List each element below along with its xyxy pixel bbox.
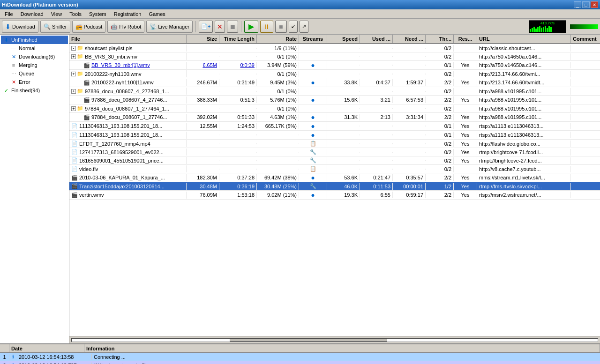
table-row[interactable]: 📄 1274177313_68169529001_ev022... 🔧 0/2 …	[69, 148, 600, 156]
minimize-button[interactable]: _	[574, 1, 581, 8]
sidebar-item-merging[interactable]: ≡ Merging	[8, 61, 68, 69]
menu-download[interactable]: Download	[18, 10, 46, 18]
table-row[interactable]: 🎬 20100222-nyh1100[1].wmv 246.67M 0:31:4…	[69, 78, 600, 87]
need-cell: 00:00:01	[393, 183, 426, 190]
col-header-rate[interactable]: Rate	[257, 35, 299, 43]
sidebar-item-error[interactable]: ✕ Error	[8, 78, 68, 86]
thr-cell: 1/2	[426, 183, 454, 190]
comment-cell	[571, 91, 600, 92]
col-header-res[interactable]: Res...	[454, 35, 477, 43]
menu-view[interactable]: View	[48, 10, 65, 18]
scrollbar-track[interactable]	[71, 338, 598, 342]
table-row[interactable]: 📄 video.flv 📋 0/2 http://v8.cache7.c.you…	[69, 165, 600, 173]
expand-icon[interactable]: -	[71, 46, 76, 51]
table-row[interactable]: 📄 1113046313_193.108.155.201_18... 12.55…	[69, 122, 600, 131]
col-header-file[interactable]: File	[69, 35, 187, 43]
thr-cell: 0/2	[426, 105, 454, 112]
table-row[interactable]: + 📁 97884_docu_008607_1_277464_1... 0/1 …	[69, 104, 600, 113]
col-header-time[interactable]: Time Length	[219, 35, 257, 43]
close-button[interactable]: ✕	[591, 1, 598, 8]
podcast-button[interactable]: 📻 Podcast	[72, 21, 106, 33]
menu-games[interactable]: Games	[146, 10, 168, 18]
url-cell: http://a988.v101995.c101...	[477, 105, 571, 112]
menu-tools[interactable]: Tools	[67, 10, 84, 18]
table-row[interactable]: 📄 EFDT_T_1207760_mmp4.mp4 📋 0/2 Yes http…	[69, 140, 600, 148]
download-button[interactable]: ⬇ Download	[2, 21, 38, 33]
table-row[interactable]: - 📁 shoutcast-playlist.pls 1/9 (11%) 0/2…	[69, 44, 600, 52]
down-button[interactable]: ↙	[289, 21, 298, 33]
window-controls: _ □ ✕	[574, 1, 598, 8]
col-header-used[interactable]: Used ...	[360, 35, 393, 43]
size-cell: 392.02M	[187, 114, 219, 120]
table-row[interactable]: 🎬 97886_docu_008607_4_27746... 388.33M 0…	[69, 96, 600, 104]
stop-all-button[interactable]: ⏹	[227, 21, 238, 33]
flv-robot-button[interactable]: 🤖 Flv Robot	[107, 21, 144, 33]
expand-icon[interactable]: +	[71, 72, 76, 76]
stream-circle-icon: ●	[311, 122, 315, 130]
table-row[interactable]: + 📁 20100222-nyh1100.wmv 0/1 (0%) 0/2 ht…	[69, 70, 600, 78]
expand-icon[interactable]: +	[71, 106, 76, 111]
scrollbar-thumb[interactable]	[230, 339, 388, 342]
thr-cell: 2/2	[426, 174, 454, 181]
thr-cell: 0/2	[426, 141, 454, 147]
maximize-button[interactable]: □	[582, 1, 590, 8]
up-icon: ↗	[302, 23, 306, 30]
table-row-selected[interactable]: 🎬 Tranzistor15oddajax201003120614... 30.…	[69, 182, 600, 191]
speed-indicator-area: 413.7k/s	[529, 20, 598, 33]
log-row[interactable]: 1 ℹ 2010-03-12 16:54:13:58 Connecting ..…	[0, 353, 600, 361]
sidebar-item-queue[interactable]: ⋯ Queue	[8, 69, 68, 78]
horizontal-scrollbar[interactable]	[69, 336, 600, 343]
streams-cell: ●	[299, 61, 327, 69]
col-header-size[interactable]: Size	[187, 35, 219, 43]
table-row[interactable]: 📄 16165609001_45510519001_price... 🔧 0/2…	[69, 156, 600, 165]
table-row[interactable]: 🎬 vertin.wmv 76.09M 1:53:18 9.02M (11%) …	[69, 191, 600, 200]
sidebar-downloading-label: Downloading(6)	[19, 54, 55, 59]
res-cell: Yes	[454, 157, 477, 164]
table-row[interactable]: 🎬 97884_docu_008607_1_27746... 392.02M 0…	[69, 113, 600, 122]
table-row[interactable]: 📄 1113046313_193.108.155.201_18... ● 0/1…	[69, 131, 600, 140]
sidebar-item-downloading[interactable]: ✕ Downloading(6)	[8, 52, 68, 61]
stop-button[interactable]: ⏹	[275, 21, 287, 33]
col-header-thr[interactable]: Thr...	[426, 35, 454, 43]
rate-cell	[257, 160, 299, 161]
sidebar-item-unfinished[interactable]: ⬇ UnFinished	[1, 36, 68, 44]
log-row[interactable]: 2 ℹ 2010-03-12 16:54:18:787 Write rtmp s…	[0, 361, 600, 364]
time-cell	[219, 108, 257, 109]
url-cell: rtsp://a1113.e1113046313...	[477, 123, 571, 129]
menu-file[interactable]: File	[2, 10, 16, 18]
log-date: 2010-03-12 16:54:18:787	[17, 363, 92, 364]
menu-system[interactable]: System	[86, 10, 109, 18]
wmv-icon: 🎬	[83, 114, 90, 120]
rate-cell	[257, 143, 299, 144]
thr-cell: 0/2	[426, 45, 454, 52]
table-row[interactable]: + 📁 97886_docu_008607_4_277468_1... 0/1 …	[69, 87, 600, 96]
col-header-url[interactable]: URL	[477, 35, 571, 43]
col-header-comment[interactable]: Comment	[571, 35, 600, 43]
sniffer-button[interactable]: 🔍 Sniffer	[40, 21, 70, 33]
col-header-streams[interactable]: Streams	[299, 35, 327, 43]
add-file-button[interactable]: 📄+	[199, 21, 213, 33]
log-date: 2010-03-12 16:54:13:58	[17, 354, 92, 360]
col-header-need[interactable]: Need ...	[393, 35, 426, 43]
live-manager-button[interactable]: 📡 Live Manager	[146, 21, 193, 33]
expand-icon[interactable]: +	[71, 54, 76, 59]
sidebar-item-normal[interactable]: — Normal	[8, 44, 68, 52]
speed-value: 413.7k/s	[540, 21, 555, 25]
streams-cell: ●	[299, 173, 327, 182]
table-row[interactable]: + 📁 BB_VRS_30_mbr.wmv 0/1 (0%) 0/2 http:…	[69, 52, 600, 61]
used-cell	[360, 91, 393, 92]
merging-icon: ≡	[10, 62, 17, 68]
sidebar-item-finished[interactable]: ✓ Finished(94)	[1, 86, 68, 95]
pause-button[interactable]: ⏸	[260, 21, 273, 33]
expand-icon[interactable]: +	[71, 89, 76, 94]
col-header-speed[interactable]: Speed	[327, 35, 360, 43]
delete-button[interactable]: ✕	[215, 21, 225, 33]
speed-bar	[537, 27, 539, 32]
table-row[interactable]: 🎬 BB_VRS_30_mbr[1].wmv 6.65M 0:0:39 3.94…	[69, 61, 600, 70]
speed-cell: 53.6K	[327, 174, 360, 181]
up-button[interactable]: ↗	[300, 21, 308, 33]
table-row[interactable]: 🎬 2010-03-06_KAPURA_01_Kapura_... 182.30…	[69, 173, 600, 182]
play-button[interactable]: ▶	[244, 21, 258, 33]
rate-cell: 0/1 (0%)	[257, 71, 299, 77]
menu-registration[interactable]: Registration	[111, 10, 144, 18]
